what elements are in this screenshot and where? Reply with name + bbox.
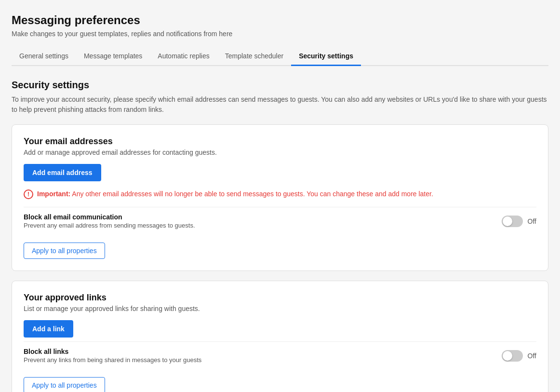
block-links-toggle-row: Block all links Prevent any links from b… [24, 341, 536, 369]
block-links-desc: Prevent any links from being shared in m… [24, 356, 201, 364]
links-card-subtitle: List or manage your approved links for s… [24, 305, 536, 312]
block-links-toggle[interactable] [502, 350, 523, 362]
important-prefix: Important: [37, 190, 70, 198]
block-email-label-group: Block all email communication Prevent an… [24, 213, 195, 229]
section-description: To improve your account security, please… [12, 95, 548, 115]
block-email-label: Block all email communication [24, 213, 195, 221]
nav-tabs: General settings Message templates Autom… [12, 47, 548, 66]
apply-all-properties-email-button[interactable]: Apply to all properties [24, 243, 105, 259]
important-icon: ! [24, 189, 33, 199]
approved-links-card: Your approved links List or manage your … [12, 281, 548, 392]
email-addresses-card: Your email addresses Add or manage appro… [12, 124, 548, 271]
toggle-right: Off [502, 216, 536, 227]
add-link-button[interactable]: Add a link [24, 320, 73, 338]
important-notice: ! Important: Any other email addresses w… [24, 189, 536, 199]
block-email-toggle[interactable] [502, 216, 523, 227]
important-message: Any other email addresses will no longer… [70, 190, 433, 198]
block-links-toggle-state: Off [528, 352, 536, 360]
block-links-label: Block all links [24, 348, 201, 355]
page-container: Messaging preferences Make changes to yo… [0, 0, 560, 392]
block-links-label-group: Block all links Prevent any links from b… [24, 348, 201, 364]
block-email-toggle-state: Off [528, 217, 536, 225]
section-title: Security settings [12, 80, 548, 91]
add-email-address-button[interactable]: Add email address [24, 164, 101, 181]
tab-message-templates[interactable]: Message templates [76, 47, 150, 66]
apply-all-properties-links-button[interactable]: Apply to all properties [24, 377, 105, 392]
email-card-subtitle: Add or manage approved email addresses f… [24, 149, 536, 156]
tab-template-scheduler[interactable]: Template scheduler [217, 47, 291, 66]
email-card-title: Your email addresses [24, 136, 536, 147]
important-text: Important: Any other email addresses wil… [37, 189, 433, 199]
links-card-title: Your approved links [24, 293, 536, 303]
tab-general-settings[interactable]: General settings [12, 47, 76, 66]
tab-automatic-replies[interactable]: Automatic replies [150, 47, 217, 66]
page-subtitle: Make changes to your guest templates, re… [12, 30, 548, 38]
links-toggle-right: Off [502, 350, 536, 362]
page-title: Messaging preferences [12, 14, 548, 27]
block-email-desc: Prevent any email address from sending m… [24, 222, 195, 229]
block-email-toggle-row: Block all email communication Prevent an… [24, 207, 536, 235]
tab-security-settings[interactable]: Security settings [291, 47, 361, 66]
